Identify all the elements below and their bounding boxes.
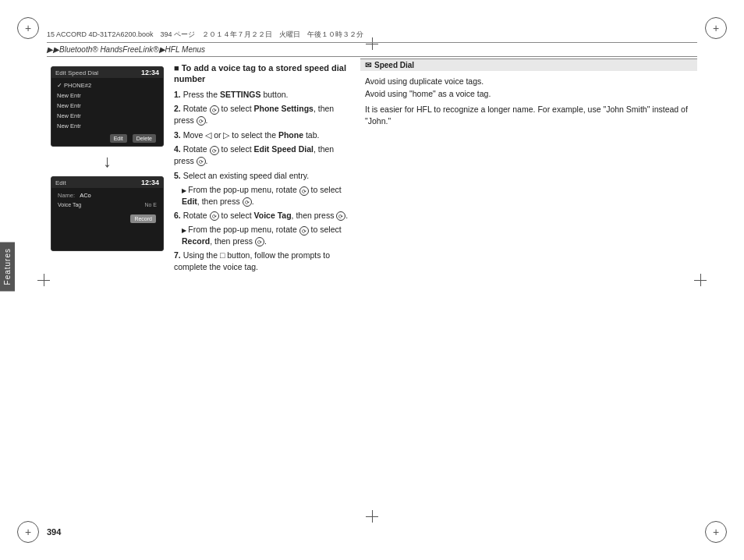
screen1-item-4: New Entr [55,121,160,130]
screen2-name-row: Name: ACo [55,190,160,200]
step-4-bold: Edit Speed Dial [254,144,314,154]
step-2-bold: Phone Settings [254,104,314,113]
screen2-name-label: Name: [58,192,75,199]
step-5-num: 5. [174,171,181,180]
screen-edit-speed-dial: Edit Speed Dial 12:34 ✓ PHONE#2 New Entr… [51,66,164,147]
step-6-num: 6. [174,211,181,220]
step-6-bold: Voice Tag [254,211,292,220]
screen1-body: ✓ PHONE#2 New Entr New Entr New Entr New… [51,78,163,146]
info-line-1: Avoid using duplicate voice tags. [365,76,693,88]
main-content: Edit Speed Dial 12:34 ✓ PHONE#2 New Entr… [47,58,697,517]
screen1-item-1: New Entr [55,90,160,100]
corner-decoration-tl [17,17,39,39]
screen2-record-btn: Record [130,214,156,223]
step-2-num: 2. [174,104,181,113]
step-1: 1. Press the SETTINGS button. [174,89,351,101]
step-6-sub: From the pop-up menu, rotate ⟳ to select… [182,224,351,246]
features-tab: Features [0,242,15,291]
screen2-body: Name: ACo Voice Tag No E Record [51,188,163,250]
step-7: 7. Using the □ button, follow the prompt… [174,250,351,272]
step-5: 5. Select an existing speed dial entry. [174,170,351,182]
step-4: 4. Rotate ⟳ to select Edit Speed Dial, t… [174,144,351,166]
step-5-sub: From the pop-up menu, rotate ⟳ to select… [182,184,351,207]
info-line-2: Avoid using "home" as a voice tag. [365,88,693,101]
screen1-edit-btn: Edit [110,134,127,143]
arrow-down: ↓ [103,150,112,173]
step-6: 6. Rotate ⟳ to select Voice Tag, then pr… [174,210,351,222]
step-1-bold: SETTINGS [220,90,261,99]
file-metadata: 15 ACCORD 4D-31T2A6200.book 394 ページ ２０１４… [47,30,697,43]
screens-area: Edit Speed Dial 12:34 ✓ PHONE#2 New Entr… [47,58,168,517]
screen2-title: Edit [55,179,66,186]
step-6-rotary: ⟳ [210,211,219,221]
screen2-name-value: ACo [80,192,91,199]
step-1-num: 1. [174,90,181,99]
screen1-item-2: New Entr [55,101,160,110]
screen1-item-3: New Entr [55,111,160,120]
screen2-voice-tag-row: Voice Tag No E [55,200,160,209]
speed-dial-header-text: Speed Dial [374,61,414,69]
left-column: Edit Speed Dial 12:34 ✓ PHONE#2 New Entr… [47,58,351,517]
speed-dial-header: Speed Dial [360,59,697,71]
screen2-header: Edit 12:34 [51,177,163,188]
step-6-sub-rotary2: ⟳ [255,237,264,246]
info-line-3: It is easier for HFL to recognize a long… [365,104,693,129]
screen1-time: 12:34 [141,69,159,76]
step-5-bold: Edit [182,197,197,206]
corner-decoration-bl [17,521,39,543]
step-4-num: 4. [174,144,181,154]
step-3-num: 3. [174,130,181,140]
step-4-rotary2: ⟳ [197,157,206,166]
speed-dial-info-text: Avoid using duplicate voice tags. Avoid … [360,76,697,128]
screen1-title: Edit Speed Dial [55,69,98,76]
screen2-voice-tag-label: Voice Tag [58,202,142,207]
step-6-rotary2: ⟳ [336,211,345,221]
step-5-rotary2: ⟳ [243,197,252,207]
step-2: 2. Rotate ⟳ to select Phone Settings, th… [174,103,351,126]
screen2-time: 12:34 [141,179,159,186]
screen1-header: Edit Speed Dial 12:34 [51,67,163,78]
screen2-voice-tag-value: No E [144,202,157,207]
step-3-bold: Phone [278,130,303,140]
screen1-item-0: ✓ PHONE#2 [55,80,160,90]
step-2-rotary2: ⟳ [197,116,206,126]
page-number: 394 [47,527,61,537]
step-4-rotary: ⟳ [210,146,219,155]
step-6-sub-rotary: ⟳ [299,226,309,236]
corner-decoration-br [705,521,727,543]
step-3: 3. Move ◁ or ▷ to select the Phone tab. [174,129,351,141]
step-5-rotary: ⟳ [299,186,309,196]
corner-decoration-tr [705,17,727,39]
step-2-rotary: ⟳ [210,105,219,115]
step-7-num: 7. [174,250,181,260]
screen1-delete-btn: Delete [133,134,156,143]
instructions-area: ■ To add a voice tag to a stored speed d… [174,58,351,517]
breadcrumb-divider [47,56,697,57]
screen-edit: Edit 12:34 Name: ACo Voice Tag No E Reco… [51,176,164,251]
breadcrumb: ▶▶Bluetooth® HandsFreeLink®▶HFL Menus [47,45,205,54]
step-6-sub-bold: Record [182,236,210,246]
section-title: ■ To add a voice tag to a stored speed d… [174,62,351,85]
right-column: Speed Dial Avoid using duplicate voice t… [360,58,697,517]
